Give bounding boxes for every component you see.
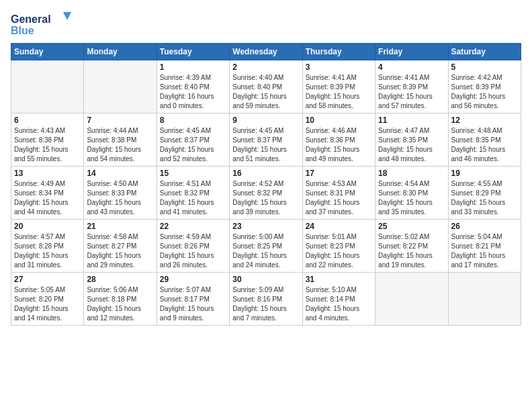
calendar-cell [375, 273, 448, 326]
calendar-cell: 16 Sunrise: 4:52 AMSunset: 8:32 PMDaylig… [230, 167, 302, 220]
logo: General Blue [11, 11, 71, 38]
calendar-cell: 7 Sunrise: 4:44 AMSunset: 8:38 PMDayligh… [84, 113, 157, 167]
calendar-cell: 14 Sunrise: 4:50 AMSunset: 8:33 PMDaylig… [84, 167, 157, 220]
day-detail: Sunrise: 4:46 AMSunset: 8:36 PMDaylight:… [306, 126, 372, 164]
weekday-header: Tuesday [157, 44, 229, 60]
day-number: 15 [160, 169, 226, 178]
day-detail: Sunrise: 4:50 AMSunset: 8:33 PMDaylight:… [87, 179, 153, 217]
calendar-cell: 19 Sunrise: 4:55 AMSunset: 8:29 PMDaylig… [448, 167, 521, 220]
day-detail: Sunrise: 4:59 AMSunset: 8:26 PMDaylight:… [160, 232, 226, 270]
calendar-cell: 13 Sunrise: 4:49 AMSunset: 8:34 PMDaylig… [11, 167, 84, 220]
day-number: 7 [87, 116, 153, 125]
calendar-cell: 20 Sunrise: 4:57 AMSunset: 8:28 PMDaylig… [11, 220, 84, 273]
day-detail: Sunrise: 4:45 AMSunset: 8:37 PMDaylight:… [160, 126, 226, 164]
calendar-cell: 17 Sunrise: 4:53 AMSunset: 8:31 PMDaylig… [302, 167, 375, 220]
calendar-cell: 21 Sunrise: 4:58 AMSunset: 8:27 PMDaylig… [84, 220, 157, 273]
day-number: 24 [306, 222, 372, 231]
calendar-cell [84, 60, 157, 113]
weekday-header: Friday [375, 44, 448, 60]
calendar-cell: 8 Sunrise: 4:45 AMSunset: 8:37 PMDayligh… [157, 113, 229, 167]
day-number: 14 [87, 169, 153, 178]
day-number: 11 [378, 116, 445, 125]
day-detail: Sunrise: 4:53 AMSunset: 8:31 PMDaylight:… [306, 179, 372, 217]
calendar-cell: 30 Sunrise: 5:09 AMSunset: 8:16 PMDaylig… [230, 273, 302, 326]
day-detail: Sunrise: 4:52 AMSunset: 8:32 PMDaylight:… [232, 179, 299, 217]
day-number: 4 [378, 62, 445, 72]
day-number: 31 [306, 275, 372, 284]
calendar-cell [448, 273, 521, 326]
day-detail: Sunrise: 5:09 AMSunset: 8:16 PMDaylight:… [232, 285, 299, 323]
day-number: 19 [451, 169, 518, 178]
calendar-cell: 10 Sunrise: 4:46 AMSunset: 8:36 PMDaylig… [302, 113, 375, 167]
day-number: 17 [306, 169, 372, 178]
day-detail: Sunrise: 4:55 AMSunset: 8:29 PMDaylight:… [451, 179, 518, 217]
day-detail: Sunrise: 5:04 AMSunset: 8:21 PMDaylight:… [451, 232, 518, 270]
calendar-cell: 2 Sunrise: 4:40 AMSunset: 8:40 PMDayligh… [230, 60, 302, 113]
day-number: 26 [451, 222, 518, 231]
calendar-cell: 6 Sunrise: 4:43 AMSunset: 8:38 PMDayligh… [11, 113, 84, 167]
calendar-cell: 4 Sunrise: 4:41 AMSunset: 8:39 PMDayligh… [375, 60, 448, 113]
day-number: 23 [232, 222, 299, 231]
weekday-header: Saturday [448, 44, 521, 60]
calendar-cell: 3 Sunrise: 4:41 AMSunset: 8:39 PMDayligh… [302, 60, 375, 113]
day-number: 10 [306, 116, 372, 125]
calendar-cell: 11 Sunrise: 4:47 AMSunset: 8:35 PMDaylig… [375, 113, 448, 167]
day-number: 22 [160, 222, 226, 231]
calendar-cell: 25 Sunrise: 5:02 AMSunset: 8:22 PMDaylig… [375, 220, 448, 273]
day-detail: Sunrise: 5:07 AMSunset: 8:17 PMDaylight:… [160, 285, 226, 323]
day-number: 30 [232, 275, 299, 284]
day-number: 20 [14, 222, 81, 231]
day-number: 18 [378, 169, 445, 178]
day-detail: Sunrise: 4:58 AMSunset: 8:27 PMDaylight:… [87, 232, 153, 270]
weekday-header: Sunday [11, 44, 84, 60]
calendar-cell: 22 Sunrise: 4:59 AMSunset: 8:26 PMDaylig… [157, 220, 229, 273]
calendar-cell: 12 Sunrise: 4:48 AMSunset: 8:35 PMDaylig… [448, 113, 521, 167]
day-detail: Sunrise: 4:41 AMSunset: 8:39 PMDaylight:… [378, 73, 445, 111]
page-header: General Blue [11, 11, 521, 38]
day-detail: Sunrise: 4:44 AMSunset: 8:38 PMDaylight:… [87, 126, 153, 164]
day-number: 5 [451, 62, 518, 72]
logo-svg: General Blue [11, 11, 71, 38]
calendar-table: SundayMondayTuesdayWednesdayThursdayFrid… [11, 43, 521, 326]
calendar-cell: 9 Sunrise: 4:45 AMSunset: 8:37 PMDayligh… [230, 113, 302, 167]
day-number: 1 [160, 62, 226, 72]
calendar-cell: 31 Sunrise: 5:10 AMSunset: 8:14 PMDaylig… [302, 273, 375, 326]
day-number: 29 [160, 275, 226, 284]
day-number: 28 [87, 275, 153, 284]
day-number: 6 [14, 116, 81, 125]
day-number: 8 [160, 116, 226, 125]
svg-text:Blue: Blue [11, 25, 34, 36]
calendar-cell: 29 Sunrise: 5:07 AMSunset: 8:17 PMDaylig… [157, 273, 229, 326]
day-number: 25 [378, 222, 445, 231]
day-detail: Sunrise: 5:10 AMSunset: 8:14 PMDaylight:… [306, 285, 372, 323]
day-detail: Sunrise: 5:01 AMSunset: 8:23 PMDaylight:… [306, 232, 372, 270]
day-detail: Sunrise: 4:51 AMSunset: 8:32 PMDaylight:… [160, 179, 226, 217]
day-number: 9 [232, 116, 299, 125]
svg-marker-2 [63, 12, 71, 20]
calendar-cell: 1 Sunrise: 4:39 AMSunset: 8:40 PMDayligh… [157, 60, 229, 113]
calendar-cell [11, 60, 84, 113]
svg-text:General: General [11, 13, 51, 25]
day-detail: Sunrise: 4:41 AMSunset: 8:39 PMDaylight:… [306, 73, 372, 111]
day-number: 12 [451, 116, 518, 125]
day-detail: Sunrise: 4:45 AMSunset: 8:37 PMDaylight:… [232, 126, 299, 164]
day-detail: Sunrise: 4:43 AMSunset: 8:38 PMDaylight:… [14, 126, 81, 164]
day-detail: Sunrise: 4:49 AMSunset: 8:34 PMDaylight:… [14, 179, 81, 217]
weekday-header: Thursday [302, 44, 375, 60]
day-number: 16 [232, 169, 299, 178]
weekday-header: Monday [84, 44, 157, 60]
calendar-cell: 26 Sunrise: 5:04 AMSunset: 8:21 PMDaylig… [448, 220, 521, 273]
calendar-cell: 24 Sunrise: 5:01 AMSunset: 8:23 PMDaylig… [302, 220, 375, 273]
calendar-cell: 5 Sunrise: 4:42 AMSunset: 8:39 PMDayligh… [448, 60, 521, 113]
day-detail: Sunrise: 4:42 AMSunset: 8:39 PMDaylight:… [451, 73, 518, 111]
day-detail: Sunrise: 5:05 AMSunset: 8:20 PMDaylight:… [14, 285, 81, 323]
calendar-cell: 23 Sunrise: 5:00 AMSunset: 8:25 PMDaylig… [230, 220, 302, 273]
day-number: 27 [14, 275, 81, 284]
day-detail: Sunrise: 4:57 AMSunset: 8:28 PMDaylight:… [14, 232, 81, 270]
day-number: 13 [14, 169, 81, 178]
day-detail: Sunrise: 5:02 AMSunset: 8:22 PMDaylight:… [378, 232, 445, 270]
day-detail: Sunrise: 4:40 AMSunset: 8:40 PMDaylight:… [232, 73, 299, 111]
day-detail: Sunrise: 4:48 AMSunset: 8:35 PMDaylight:… [451, 126, 518, 164]
day-detail: Sunrise: 5:06 AMSunset: 8:18 PMDaylight:… [87, 285, 153, 323]
day-detail: Sunrise: 4:39 AMSunset: 8:40 PMDaylight:… [160, 73, 226, 111]
